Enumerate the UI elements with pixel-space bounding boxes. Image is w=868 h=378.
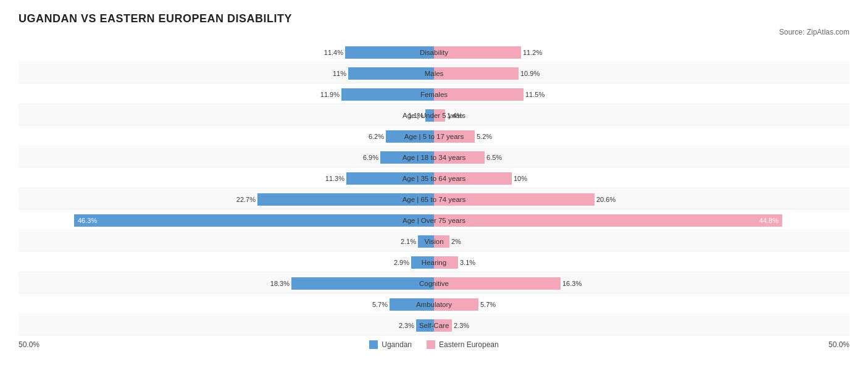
bar-row: 6.2%Age | 5 to 17 years5.2%	[19, 127, 849, 146]
left-bar-wrap: 2.3%	[19, 316, 434, 335]
left-value: 11.9%	[320, 91, 340, 98]
ugandan-bar: 46.3%	[74, 214, 434, 227]
right-value: 5.7%	[480, 301, 496, 308]
bar-label: Self-Care	[419, 322, 449, 329]
left-value: 2.1%	[401, 238, 416, 245]
left-value: 2.3%	[399, 322, 414, 329]
legend-ugandan: Ugandan	[369, 340, 412, 349]
eastern-color-box	[427, 340, 435, 349]
bar-label: Females	[420, 91, 448, 98]
right-bar-wrap: 1.4%	[434, 106, 849, 125]
left-value: 6.9%	[363, 154, 378, 161]
left-value: 11%	[333, 70, 346, 77]
bar-label: Age | 5 to 17 years	[404, 133, 464, 140]
right-bar-wrap: 2%	[434, 232, 849, 251]
right-value: 10%	[514, 175, 527, 182]
right-value: 11.5%	[525, 91, 545, 98]
right-value: 2%	[451, 238, 461, 245]
bar-row: 2.3%Self-Care2.3%	[19, 316, 849, 335]
left-bar-wrap: 18.3%	[19, 274, 434, 293]
ugandan-bar: 11%	[348, 67, 434, 80]
bar-label: Ambulatory	[416, 301, 452, 308]
bar-row: 6.9%Age | 18 to 34 years6.5%	[19, 148, 849, 167]
eastern-bar: 10.9%	[434, 67, 519, 80]
bar-label: Age | 65 to 74 years	[403, 196, 466, 203]
bar-label: Age | 18 to 34 years	[403, 154, 466, 161]
eastern-bar: 16.3%	[434, 277, 561, 290]
right-value: 11.2%	[523, 49, 542, 56]
left-bar-wrap: 11.4%	[19, 43, 434, 62]
legend-left-pct: 50.0%	[19, 340, 40, 349]
legend-eastern: Eastern European	[427, 340, 499, 349]
right-value: 16.3%	[562, 280, 582, 287]
right-bar-wrap: 6.5%	[434, 148, 849, 167]
left-bar-wrap: 22.7%	[19, 190, 434, 209]
chart-area: 11.4%Disability11.2%11%Males10.9%11.9%Fe…	[19, 43, 849, 335]
eastern-bar: 44.8%	[434, 214, 782, 227]
left-bar-wrap: 2.1%	[19, 232, 434, 251]
right-bar-wrap: 5.2%	[434, 127, 849, 146]
left-bar-wrap: 1.1%	[19, 106, 434, 125]
left-value: 18.3%	[270, 280, 290, 287]
chart-title: UGANDAN VS EASTERN EUROPEAN DISABILITY	[19, 12, 849, 25]
left-bar-wrap: 46.3%	[19, 211, 434, 230]
right-bar-wrap: 10%	[434, 169, 849, 188]
bar-row: 2.9%Hearing3.1%	[19, 253, 849, 272]
right-bar-wrap: 20.6%	[434, 190, 849, 209]
bar-row: 18.3%Cognitive16.3%	[19, 274, 849, 293]
bar-row: 22.7%Age | 65 to 74 years20.6%	[19, 190, 849, 209]
right-bar-wrap: 2.3%	[434, 316, 849, 335]
left-value: 11.3%	[325, 175, 344, 182]
right-bar-wrap: 16.3%	[434, 274, 849, 293]
bar-label: Age | Under 5 years	[403, 112, 465, 119]
legend-right-pct: 50.0%	[828, 340, 849, 349]
bar-label: Age | Over 75 years	[403, 217, 465, 224]
bar-row: 11.3%Age | 35 to 64 years10%	[19, 169, 849, 188]
right-value: 6.5%	[486, 154, 502, 161]
right-value: 20.6%	[596, 196, 616, 203]
left-value: 22.7%	[236, 196, 256, 203]
bar-row: 5.7%Ambulatory5.7%	[19, 295, 849, 314]
left-bar-wrap: 11%	[19, 64, 434, 83]
ugandan-bar: 18.3%	[291, 277, 434, 290]
left-bar-wrap: 11.9%	[19, 85, 434, 104]
ugandan-label: Ugandan	[382, 340, 412, 349]
bar-row: 11.4%Disability11.2%	[19, 43, 849, 62]
right-bar-wrap: 10.9%	[434, 64, 849, 83]
bar-row: 46.3%Age | Over 75 years44.8%	[19, 211, 849, 230]
bar-row: 2.1%Vision2%	[19, 232, 849, 251]
right-bar-wrap: 11.5%	[434, 85, 849, 104]
left-bar-wrap: 6.9%	[19, 148, 434, 167]
bar-row: 11%Males10.9%	[19, 64, 849, 83]
right-value: 44.8%	[759, 217, 778, 224]
bar-label: Vision	[424, 238, 443, 245]
left-value: 6.2%	[369, 133, 384, 140]
right-value: 5.2%	[477, 133, 492, 140]
left-bar-wrap: 2.9%	[19, 253, 434, 272]
left-bar-wrap: 5.7%	[19, 295, 434, 314]
bar-row: 1.1%Age | Under 5 years1.4%	[19, 106, 849, 125]
bar-label: Cognitive	[419, 280, 449, 287]
left-value: 2.9%	[394, 259, 409, 266]
source-text: Source: ZipAtlas.com	[19, 28, 849, 36]
left-value: 11.4%	[324, 49, 343, 56]
bar-label: Age | 35 to 64 years	[403, 175, 466, 182]
bar-label: Males	[425, 70, 444, 77]
right-bar-wrap: 5.7%	[434, 295, 849, 314]
right-value: 10.9%	[520, 70, 540, 77]
left-bar-wrap: 11.3%	[19, 169, 434, 188]
right-bar-wrap: 11.2%	[434, 43, 849, 62]
ugandan-color-box	[369, 340, 378, 349]
bar-label: Hearing	[422, 259, 446, 266]
bar-row: 11.9%Females11.5%	[19, 85, 849, 104]
eastern-label: Eastern European	[439, 340, 499, 349]
left-bar-wrap: 6.2%	[19, 127, 434, 146]
right-bar-wrap: 44.8%	[434, 211, 849, 230]
right-value: 3.1%	[460, 259, 475, 266]
left-value: 46.3%	[78, 217, 97, 224]
left-value: 5.7%	[372, 301, 388, 308]
right-value: 2.3%	[454, 322, 469, 329]
bar-label: Disability	[420, 49, 448, 56]
right-bar-wrap: 3.1%	[434, 253, 849, 272]
